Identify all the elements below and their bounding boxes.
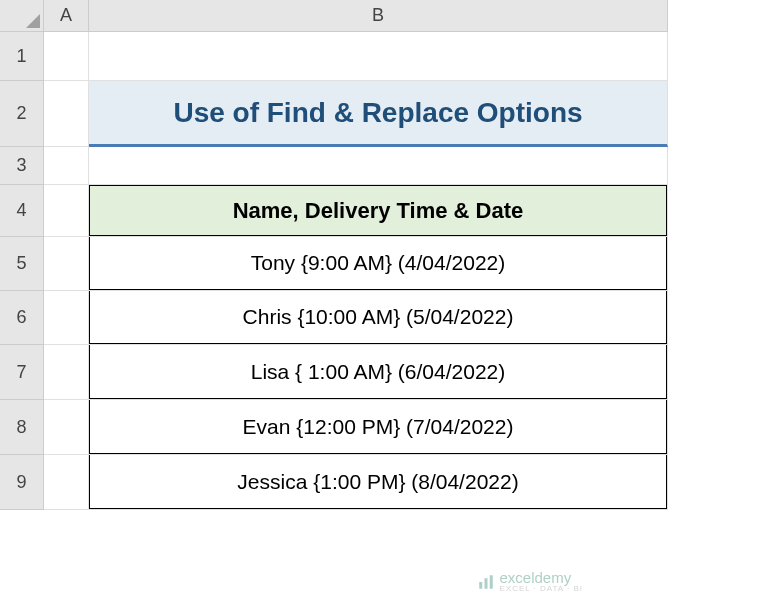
row-header-6[interactable]: 6 [0,291,44,345]
watermark-brand: exceldemy [499,570,583,585]
page-title: Use of Find & Replace Options [173,97,582,129]
row-header-1[interactable]: 1 [0,32,44,81]
row-header-8[interactable]: 8 [0,400,44,455]
table-row: Lisa { 1:00 AM} (6/04/2022) [89,345,667,399]
watermark-text-block: exceldemy EXCEL · DATA · BI [499,570,583,593]
cell-A4[interactable] [44,185,89,237]
cell-A1[interactable] [44,32,89,81]
cell-B9[interactable]: Jessica {1:00 PM} (8/04/2022) [89,455,668,510]
cell-A6[interactable] [44,291,89,345]
cell-A2[interactable] [44,81,89,147]
row-header-2[interactable]: 2 [0,81,44,147]
svg-rect-1 [485,578,488,589]
column-header-A[interactable]: A [44,0,89,32]
cell-A7[interactable] [44,345,89,400]
row-header-4[interactable]: 4 [0,185,44,237]
cell-B8[interactable]: Evan {12:00 PM} (7/04/2022) [89,400,668,455]
cell-A3[interactable] [44,147,89,185]
row-header-9[interactable]: 9 [0,455,44,510]
table-row: Chris {10:00 AM} (5/04/2022) [89,291,667,344]
cell-B6[interactable]: Chris {10:00 AM} (5/04/2022) [89,291,668,345]
row-header-3[interactable]: 3 [0,147,44,185]
cell-B5[interactable]: Tony {9:00 AM} (4/04/2022) [89,237,668,291]
chart-icon [477,573,495,591]
cell-A9[interactable] [44,455,89,510]
table-row: Evan {12:00 PM} (7/04/2022) [89,400,667,454]
cell-B4[interactable]: Name, Delivery Time & Date [89,185,668,237]
watermark: exceldemy EXCEL · DATA · BI [477,570,583,593]
table-row: Jessica {1:00 PM} (8/04/2022) [89,455,667,509]
column-header-B[interactable]: B [89,0,668,32]
cell-A8[interactable] [44,400,89,455]
cell-B1[interactable] [89,32,668,81]
cell-B2-title[interactable]: Use of Find & Replace Options [89,81,668,147]
watermark-tagline: EXCEL · DATA · BI [499,585,583,593]
select-all-corner[interactable] [0,0,44,32]
svg-rect-0 [480,582,483,589]
cell-A5[interactable] [44,237,89,291]
table-header: Name, Delivery Time & Date [89,185,667,236]
row-header-5[interactable]: 5 [0,237,44,291]
row-header-7[interactable]: 7 [0,345,44,400]
cell-B7[interactable]: Lisa { 1:00 AM} (6/04/2022) [89,345,668,400]
spreadsheet-grid: A B 1 2 Use of Find & Replace Options 3 … [0,0,768,510]
cell-B3[interactable] [89,147,668,185]
table-row: Tony {9:00 AM} (4/04/2022) [89,237,667,290]
svg-rect-2 [490,575,493,589]
